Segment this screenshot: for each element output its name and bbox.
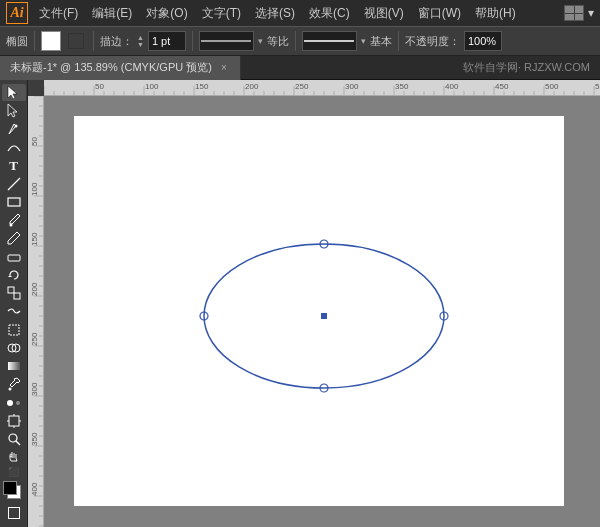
- sep3: [192, 31, 193, 51]
- tab-close-btn[interactable]: ×: [218, 62, 230, 74]
- svg-point-18: [16, 401, 20, 405]
- base-label: 基本: [370, 34, 392, 49]
- fill-stroke-swatches[interactable]: [3, 481, 25, 503]
- rotate-tool[interactable]: [2, 266, 26, 283]
- shape-name: 椭圆: [6, 34, 28, 49]
- svg-rect-19: [9, 416, 19, 426]
- pen-tool[interactable]: [2, 120, 26, 137]
- anchor-bottom[interactable]: [320, 384, 328, 392]
- title-bar: Ai 文件(F) 编辑(E) 对象(O) 文字(T) 选择(S) 效果(C) 视…: [0, 0, 600, 26]
- canvas-area: [28, 80, 600, 527]
- svg-rect-10: [8, 287, 14, 293]
- svg-rect-8: [8, 255, 20, 261]
- menu-window[interactable]: 窗口(W): [413, 3, 466, 24]
- line-tool[interactable]: [2, 175, 26, 192]
- svg-rect-12: [9, 325, 19, 335]
- stroke-label: 描边：: [100, 34, 133, 49]
- eyedropper-tool[interactable]: [2, 376, 26, 393]
- hand-tool[interactable]: [2, 449, 26, 466]
- svg-point-7: [9, 224, 12, 227]
- zoom-tool[interactable]: [2, 430, 26, 447]
- opacity-input[interactable]: [464, 31, 502, 51]
- app-logo: Ai: [6, 2, 28, 24]
- svg-point-16: [8, 388, 11, 391]
- sep5: [398, 31, 399, 51]
- warp-tool[interactable]: [2, 303, 26, 320]
- tab-bar: 未标题-1* @ 135.89% (CMYK/GPU 预览) × 软件自学网· …: [0, 56, 600, 80]
- main-area: T: [0, 80, 600, 527]
- menu-view[interactable]: 视图(V): [359, 3, 409, 24]
- menu-effect[interactable]: 效果(C): [304, 3, 355, 24]
- rectangle-tool[interactable]: [2, 193, 26, 210]
- svg-marker-2: [8, 86, 17, 99]
- menu-file[interactable]: 文件(F): [34, 3, 83, 24]
- svg-marker-9: [8, 275, 12, 277]
- gradient-tool[interactable]: [2, 358, 26, 375]
- free-transform-tool[interactable]: [2, 321, 26, 338]
- workspace-switcher[interactable]: [564, 5, 584, 21]
- curvature-tool[interactable]: [2, 139, 26, 156]
- stroke-spinners[interactable]: ▲ ▼: [137, 34, 144, 48]
- svg-marker-3: [8, 104, 17, 117]
- type-tool[interactable]: T: [2, 157, 26, 174]
- anchor-right[interactable]: [440, 312, 448, 320]
- workspace-arrow[interactable]: ▾: [588, 6, 594, 20]
- svg-rect-11: [14, 293, 20, 299]
- line-style-dropdown[interactable]: [199, 31, 254, 51]
- paintbrush-tool[interactable]: [2, 212, 26, 229]
- direct-selection-tool[interactable]: [2, 102, 26, 119]
- menu-type[interactable]: 文字(T): [197, 3, 246, 24]
- selection-tool[interactable]: [2, 84, 26, 101]
- basic-style-arrow[interactable]: ▾: [361, 36, 366, 46]
- sep1: [34, 31, 35, 51]
- ruler-vertical: [28, 96, 44, 527]
- svg-rect-6: [8, 198, 20, 206]
- menu-object[interactable]: 对象(O): [141, 3, 192, 24]
- tab-title: 未标题-1* @ 135.89% (CMYK/GPU 预览): [10, 60, 212, 75]
- canvas-content[interactable]: [44, 96, 600, 527]
- svg-line-25: [16, 441, 20, 445]
- ellipse-shape[interactable]: [204, 244, 444, 388]
- shape-builder-tool[interactable]: [2, 339, 26, 356]
- line-style-arrow[interactable]: ▾: [258, 36, 263, 46]
- color-swatches: ⬛: [3, 467, 25, 523]
- toolbox: T: [0, 80, 28, 527]
- scale-tool[interactable]: [2, 285, 26, 302]
- ruler-horizontal: [44, 80, 600, 96]
- default-colors-btn[interactable]: ⬛: [8, 467, 19, 477]
- svg-point-4: [14, 125, 17, 128]
- no-fill-btn[interactable]: [8, 507, 20, 519]
- toolbar: 椭圆 描边： ▲ ▼ ▾ 等比 ▾ 基本 不透明度：: [0, 26, 600, 56]
- basic-style-dropdown[interactable]: [302, 31, 357, 51]
- stroke-color-btn[interactable]: [65, 30, 87, 52]
- ratio-label: 等比: [267, 34, 289, 49]
- blend-tool[interactable]: [2, 394, 26, 411]
- anchor-left[interactable]: [200, 312, 208, 320]
- pencil-tool[interactable]: [2, 230, 26, 247]
- ruler-corner: [28, 80, 44, 96]
- fill-swatch[interactable]: [3, 481, 17, 495]
- svg-point-24: [9, 434, 17, 442]
- menu-help[interactable]: 帮助(H): [470, 3, 521, 24]
- svg-rect-15: [8, 362, 20, 370]
- menu-select[interactable]: 选择(S): [250, 3, 300, 24]
- stroke-width-input[interactable]: [148, 31, 186, 51]
- menu-edit[interactable]: 编辑(E): [87, 3, 137, 24]
- shape-label: 椭圆: [6, 34, 28, 49]
- svg-line-5: [8, 178, 20, 190]
- artboard-tool[interactable]: [2, 412, 26, 429]
- sep4: [295, 31, 296, 51]
- document-tab[interactable]: 未标题-1* @ 135.89% (CMYK/GPU 预览) ×: [0, 56, 241, 80]
- sep2: [93, 31, 94, 51]
- eraser-tool[interactable]: [2, 248, 26, 265]
- fill-color[interactable]: [41, 31, 61, 51]
- opacity-label: 不透明度：: [405, 34, 460, 49]
- watermark-text: 软件自学网· RJZXW.COM: [463, 60, 590, 75]
- anchor-top[interactable]: [320, 240, 328, 248]
- svg-point-17: [7, 400, 13, 406]
